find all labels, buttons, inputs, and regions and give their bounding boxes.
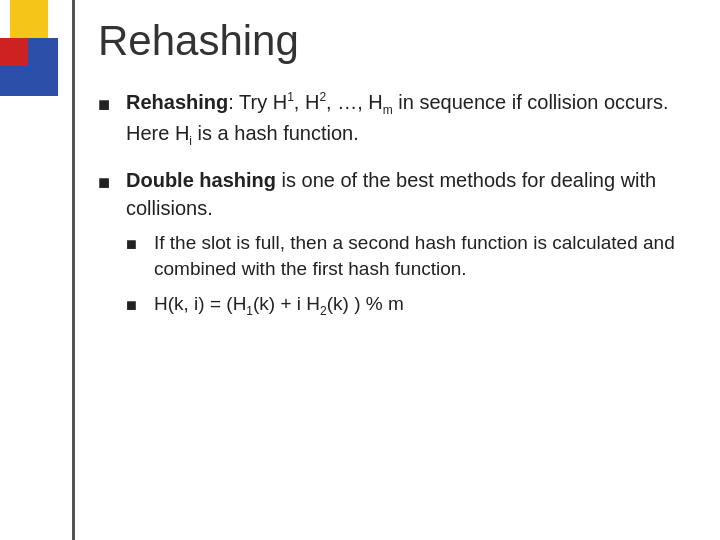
bullet-icon-1: ■ [98, 90, 118, 118]
decorative-blocks [0, 0, 80, 130]
double-hashing-text: Double hashing is one of the best method… [126, 166, 692, 328]
inner-item-2-text: H(k, i) = (H1(k) + i H2(k) ) % m [154, 291, 692, 320]
list-item-double-hashing: ■ Double hashing is one of the best meth… [98, 166, 692, 328]
bullet-icon-2: ■ [98, 168, 118, 196]
inner-list-item-1: ■ If the slot is full, then a second has… [126, 230, 692, 283]
list-item-rehashing: ■ Rehashing: Try H1, H2, …, Hm in sequen… [98, 88, 692, 150]
inner-list-item-2: ■ H(k, i) = (H1(k) + i H2(k) ) % m [126, 291, 692, 320]
rehashing-text: Rehashing: Try H1, H2, …, Hm in sequence… [126, 88, 692, 150]
inner-bullet-icon-2: ■ [126, 293, 146, 318]
double-hashing-bold: Double hashing [126, 169, 276, 191]
inner-bullet-list: ■ If the slot is full, then a second has… [126, 230, 692, 320]
inner-item-1-text: If the slot is full, then a second hash … [154, 230, 692, 283]
rehashing-bold: Rehashing [126, 91, 228, 113]
vertical-divider [72, 0, 75, 540]
outer-bullet-list: ■ Rehashing: Try H1, H2, …, Hm in sequen… [98, 88, 692, 327]
deco-yellow-block [10, 0, 48, 38]
main-content: Rehashing ■ Rehashing: Try H1, H2, …, Hm… [80, 0, 720, 540]
deco-red-block [0, 38, 28, 66]
page-title: Rehashing [98, 18, 692, 64]
inner-bullet-icon-1: ■ [126, 232, 146, 257]
